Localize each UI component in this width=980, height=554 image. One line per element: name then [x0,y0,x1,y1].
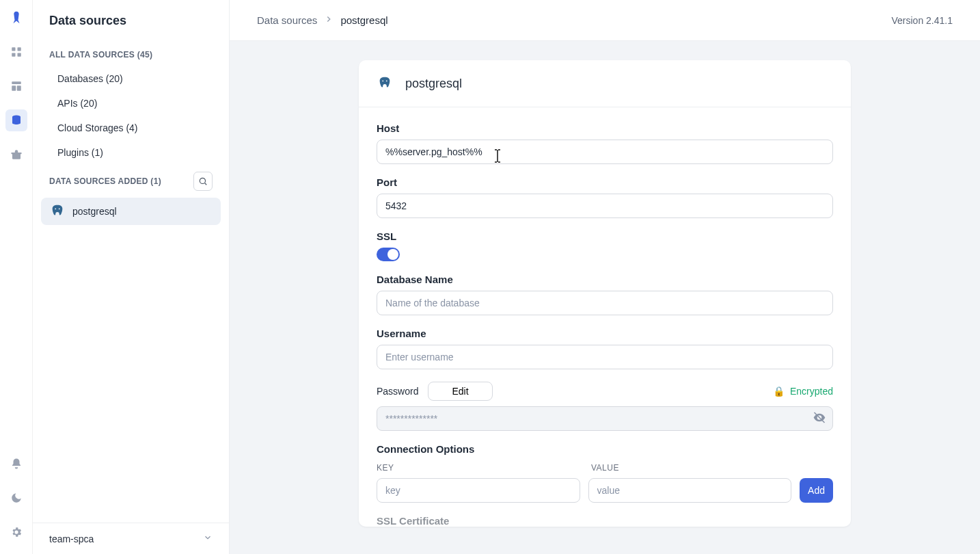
svg-rect-3 [17,53,21,57]
conn-options-label: Connection Options [377,443,833,455]
notifications-icon[interactable] [5,453,27,475]
app-logo-icon[interactable] [5,7,27,29]
toolbox-icon[interactable] [5,144,27,166]
svg-point-10 [55,208,56,209]
database-icon[interactable] [5,109,27,131]
sidebar-item-apis[interactable]: APIs (20) [41,91,221,116]
card-title: postgresql [405,77,462,91]
svg-rect-5 [12,85,16,91]
password-edit-button[interactable]: Edit [428,382,492,401]
svg-point-13 [386,80,387,81]
workspace-name: team-spca [49,533,94,544]
breadcrumb: Data sources postgresql [257,14,388,26]
host-label: Host [377,122,833,134]
port-label: Port [377,176,833,188]
host-input[interactable] [377,140,833,164]
lock-icon: 🔒 [773,386,785,397]
svg-point-9 [200,178,205,183]
version-label: Version 2.41.1 [891,15,953,26]
svg-rect-6 [16,85,21,91]
conn-add-button[interactable]: Add [800,478,833,503]
workspace-switcher[interactable]: team-spca [33,523,229,554]
ssl-toggle[interactable] [377,248,400,261]
username-label: Username [377,328,833,339]
password-input [377,406,833,431]
dbname-label: Database Name [377,274,833,285]
eye-off-icon[interactable] [813,411,826,427]
all-datasources-header: ALL DATA SOURCES (45) [41,40,221,66]
svg-rect-2 [12,53,15,57]
svg-rect-8 [11,153,21,154]
svg-rect-4 [12,81,21,84]
sidebar-item-plugins[interactable]: Plugins (1) [41,140,221,165]
settings-icon[interactable] [5,521,27,543]
sslcert-label: SSL Certificate [377,515,833,527]
conn-value-input[interactable] [588,478,792,503]
ssl-label: SSL [377,230,833,242]
breadcrumb-root[interactable]: Data sources [257,14,317,26]
templates-icon[interactable] [5,75,27,97]
added-item-postgresql[interactable]: postgresql [41,198,221,225]
sidebar-item-databases[interactable]: Databases (20) [41,66,221,91]
svg-point-11 [59,208,60,209]
encrypted-badge: 🔒 Encrypted [773,386,833,397]
encrypted-label: Encrypted [790,386,833,397]
theme-icon[interactable] [5,487,27,509]
username-input[interactable] [377,345,833,369]
sidebar-item-cloud-storages[interactable]: Cloud Storages (4) [41,116,221,140]
dbname-input[interactable] [377,291,833,315]
port-input[interactable] [377,194,833,218]
password-label: Password [377,386,418,397]
postgresql-icon [49,203,66,220]
added-datasources-header: DATA SOURCES ADDED (1) [49,176,161,186]
conn-key-header: KEY [377,463,591,473]
apps-icon[interactable] [5,41,27,63]
search-icon[interactable] [193,172,213,191]
svg-point-12 [382,80,383,81]
sidebar-title: Data sources [33,0,229,35]
chevron-down-icon [203,533,213,544]
conn-key-input[interactable] [377,478,580,503]
chevron-right-icon [324,14,334,26]
postgresql-icon [377,75,393,92]
conn-value-header: VALUE [591,463,806,473]
svg-rect-0 [12,47,15,51]
breadcrumb-current: postgresql [340,14,387,26]
svg-rect-1 [17,47,21,51]
added-item-label: postgresql [72,206,117,217]
